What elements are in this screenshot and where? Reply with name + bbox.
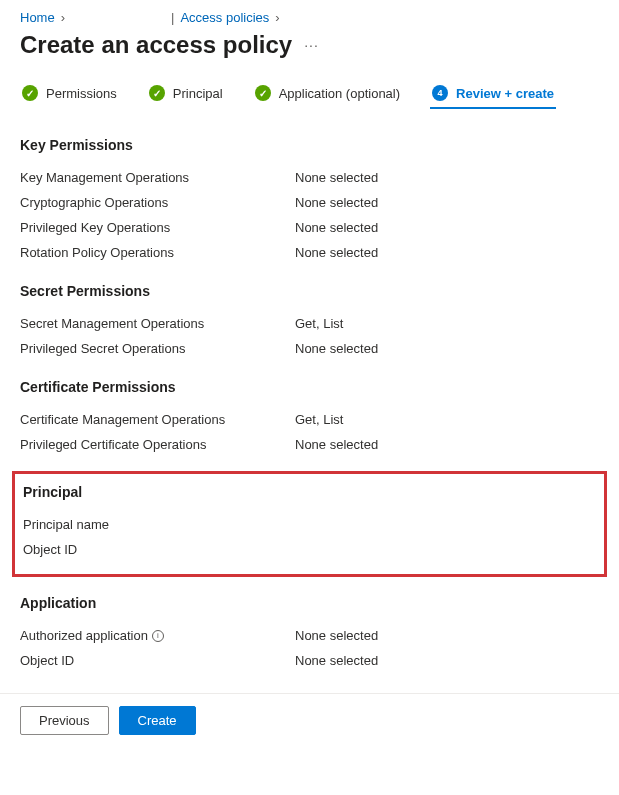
row-label: Object ID xyxy=(23,542,298,557)
row-rotation-policy: Rotation Policy Operations None selected xyxy=(20,240,599,265)
tab-application[interactable]: ✓ Application (optional) xyxy=(253,79,402,109)
row-label: Privileged Key Operations xyxy=(20,220,295,235)
breadcrumb-home[interactable]: Home xyxy=(20,10,55,25)
breadcrumb: Home › | Access policies › xyxy=(20,10,599,25)
more-icon[interactable]: ··· xyxy=(304,37,319,53)
row-privileged-cert: Privileged Certificate Operations None s… xyxy=(20,432,599,457)
row-label: Privileged Certificate Operations xyxy=(20,437,295,452)
row-principal-name: Principal name xyxy=(23,512,596,537)
row-value: None selected xyxy=(295,628,378,643)
row-authorized-app: Authorized application i None selected xyxy=(20,623,599,648)
row-label-text: Authorized application xyxy=(20,628,148,643)
row-label: Principal name xyxy=(23,517,298,532)
previous-button[interactable]: Previous xyxy=(20,706,109,735)
section-title-application: Application xyxy=(20,595,599,611)
principal-highlight-box: Principal Principal name Object ID xyxy=(12,471,607,577)
breadcrumb-divider: | xyxy=(171,10,174,25)
row-label: Privileged Secret Operations xyxy=(20,341,295,356)
chevron-right-icon: › xyxy=(275,10,279,25)
row-value: None selected xyxy=(295,195,378,210)
row-cryptographic: Cryptographic Operations None selected xyxy=(20,190,599,215)
step-number-icon: 4 xyxy=(432,85,448,101)
row-secret-management: Secret Management Operations Get, List xyxy=(20,311,599,336)
tab-permissions[interactable]: ✓ Permissions xyxy=(20,79,119,109)
row-value: None selected xyxy=(295,653,378,668)
footer: Previous Create xyxy=(0,693,619,747)
wizard-tabs: ✓ Permissions ✓ Principal ✓ Application … xyxy=(20,79,599,109)
row-key-management: Key Management Operations None selected xyxy=(20,165,599,190)
row-value: None selected xyxy=(295,341,378,356)
section-title-key: Key Permissions xyxy=(20,137,599,153)
row-label: Object ID xyxy=(20,653,295,668)
row-cert-management: Certificate Management Operations Get, L… xyxy=(20,407,599,432)
row-privileged-secret: Privileged Secret Operations None select… xyxy=(20,336,599,361)
section-title-principal: Principal xyxy=(23,484,596,500)
row-label: Rotation Policy Operations xyxy=(20,245,295,260)
row-value: None selected xyxy=(295,220,378,235)
row-value: Get, List xyxy=(295,412,343,427)
row-label: Authorized application i xyxy=(20,628,295,643)
check-icon: ✓ xyxy=(255,85,271,101)
section-title-cert: Certificate Permissions xyxy=(20,379,599,395)
section-title-secret: Secret Permissions xyxy=(20,283,599,299)
info-icon[interactable]: i xyxy=(152,630,164,642)
breadcrumb-access-policies[interactable]: Access policies xyxy=(180,10,269,25)
row-value: None selected xyxy=(295,245,378,260)
tab-principal[interactable]: ✓ Principal xyxy=(147,79,225,109)
check-icon: ✓ xyxy=(22,85,38,101)
page-title: Create an access policy xyxy=(20,31,292,59)
create-button[interactable]: Create xyxy=(119,706,196,735)
row-value: None selected xyxy=(295,170,378,185)
chevron-right-icon: › xyxy=(61,10,65,25)
row-label: Key Management Operations xyxy=(20,170,295,185)
page-title-row: Create an access policy ··· xyxy=(20,31,599,59)
check-icon: ✓ xyxy=(149,85,165,101)
tab-review-create[interactable]: 4 Review + create xyxy=(430,79,556,109)
row-app-object-id: Object ID None selected xyxy=(20,648,599,673)
row-value: Get, List xyxy=(295,316,343,331)
row-label: Secret Management Operations xyxy=(20,316,295,331)
row-privileged-key: Privileged Key Operations None selected xyxy=(20,215,599,240)
row-label: Certificate Management Operations xyxy=(20,412,295,427)
row-principal-object-id: Object ID xyxy=(23,537,596,562)
row-label: Cryptographic Operations xyxy=(20,195,295,210)
row-value: None selected xyxy=(295,437,378,452)
